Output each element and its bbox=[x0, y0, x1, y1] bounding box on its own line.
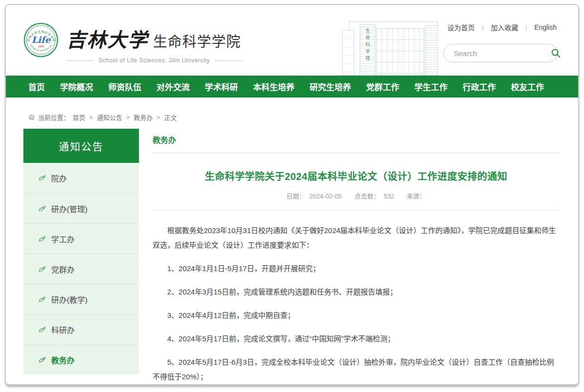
content-area: 通知公告 院办 研办(管理) 学工办 党群办 bbox=[6, 122, 578, 385]
sidebar-item-xuegongban[interactable]: 学工办 bbox=[23, 223, 139, 254]
meta-date-label: 日期： bbox=[286, 193, 305, 200]
page-frame: 生命科学楼 吉林大学生命科学学院 Life 1959 School of Lif… bbox=[5, 4, 579, 385]
meta-divider bbox=[153, 210, 560, 211]
breadcrumb-office[interactable]: 教务办 bbox=[134, 113, 153, 122]
nav-item-students[interactable]: 学生工作 bbox=[414, 80, 448, 93]
search-icon bbox=[551, 48, 561, 58]
breadcrumb: 当前位置： 首页 > 通知公告 > 教务办 > 正文 bbox=[6, 98, 578, 122]
article-title: 生命科学学院关于2024届本科毕业论文（设计）工作进度安排的通知 bbox=[153, 169, 560, 183]
site-header: 生命科学楼 吉林大学生命科学学院 Life 1959 School of Lif… bbox=[6, 5, 578, 76]
nav-item-undergraduate[interactable]: 本科生培养 bbox=[253, 80, 294, 93]
seal-script-text: Life bbox=[32, 35, 51, 45]
paragraph: 4、2024年5月17日前，完成论文撰写，通过“中国知网”学术不端检测； bbox=[153, 332, 560, 346]
building-line-art: 生命科学楼 bbox=[342, 21, 446, 76]
breadcrumb-separator: > bbox=[89, 114, 93, 121]
breadcrumb-home[interactable]: 首页 bbox=[73, 113, 85, 122]
search-input[interactable] bbox=[454, 49, 551, 58]
set-homepage-link[interactable]: 设为首页 bbox=[448, 22, 475, 32]
building-label: 生命科学楼 bbox=[364, 28, 371, 62]
meta-hits-label: 点击数： bbox=[354, 193, 380, 200]
meta-date-value: 2024-02-05 bbox=[309, 193, 342, 200]
article-panel: 教务办 生命科学学院关于2024届本科毕业论文（设计）工作进度安排的通知 日期：… bbox=[153, 129, 560, 385]
sidebar: 通知公告 院办 研办(管理) 学工办 党群办 bbox=[23, 129, 139, 374]
paragraph: 根据教务处2023年10月31日校内通知《关于做好2024届本科毕业论文（设计）… bbox=[153, 223, 560, 253]
breadcrumb-label: 当前位置： bbox=[38, 113, 70, 122]
subtitle-rule-left bbox=[66, 60, 94, 61]
home-icon bbox=[28, 114, 35, 120]
nav-item-alumni[interactable]: 校友工作 bbox=[511, 80, 544, 93]
breadcrumb-current: 正文 bbox=[164, 113, 177, 122]
nav-item-research[interactable]: 学术科研 bbox=[205, 80, 238, 93]
main-nav: 首页 学院概况 师资队伍 对外交流 学术科研 本科生培养 研究生培养 党群工作 … bbox=[6, 76, 578, 98]
nav-item-administration[interactable]: 行政工作 bbox=[463, 80, 496, 93]
utility-links: 设为首页 | 加入收藏 | English bbox=[448, 22, 557, 32]
university-seal-logo[interactable]: 吉林大学生命科学学院 Life 1959 School of Life Scie… bbox=[23, 22, 58, 58]
brand-subtitle: School of Life Sciences, Jilin Universit… bbox=[98, 57, 210, 64]
article-meta: 日期：2024-02-05点击数：532来源： bbox=[153, 191, 560, 200]
nav-item-graduate[interactable]: 研究生培养 bbox=[310, 80, 351, 93]
sidebar-item-yanban-guanli[interactable]: 研办(管理) bbox=[23, 193, 139, 223]
breadcrumb-separator: > bbox=[126, 114, 130, 121]
subtitle-rule-right bbox=[215, 60, 242, 61]
brand-block: 吉林大学 生命科学学院 School of Life Sciences, Jil… bbox=[66, 24, 232, 64]
search-box bbox=[444, 44, 558, 62]
sidebar-item-jiaowuban[interactable]: 教务办 bbox=[23, 344, 139, 374]
university-name-calligraphy: 吉林大学 bbox=[66, 24, 148, 53]
search-button[interactable] bbox=[551, 48, 561, 58]
nav-item-faculty[interactable]: 师资队伍 bbox=[108, 80, 141, 93]
breadcrumb-separator: > bbox=[156, 114, 160, 121]
paragraph: 1、2024年1月1日-5月17日，开题并开展研究； bbox=[153, 261, 560, 276]
paragraph: 5、2024年5月17日-6月3日，完成全校本科毕业论文（设计）抽检外审，院内毕… bbox=[153, 355, 560, 384]
seal-year-text: 1959 bbox=[38, 45, 44, 48]
leaf-icon bbox=[38, 174, 46, 182]
sidebar-item-yanban-jiaoxue[interactable]: 研办(教学) bbox=[23, 284, 139, 314]
leaf-icon bbox=[38, 326, 46, 333]
leaf-icon bbox=[38, 356, 46, 364]
english-link[interactable]: English bbox=[534, 23, 557, 31]
section-title: 教务办 bbox=[153, 129, 560, 153]
utility-separator: | bbox=[526, 24, 527, 31]
leaf-icon bbox=[38, 295, 46, 303]
paragraph: 2、2024年3月15日前，完成管理系统内选题和任务书、开题报告填报； bbox=[153, 285, 560, 299]
sidebar-menu: 院办 研办(管理) 学工办 党群办 研办(教学) bbox=[23, 163, 139, 374]
nav-item-overview[interactable]: 学院概况 bbox=[60, 80, 93, 93]
sidebar-item-keyanban[interactable]: 科研办 bbox=[23, 314, 139, 344]
paragraph: 3、2024年4月12日前，完成中期自查； bbox=[153, 308, 560, 323]
breadcrumb-notices[interactable]: 通知公告 bbox=[97, 113, 122, 122]
leaf-icon bbox=[38, 235, 46, 243]
leaf-icon bbox=[38, 265, 46, 273]
article-body: 根据教务处2023年10月31日校内通知《关于做好2024届本科毕业论文（设计）… bbox=[153, 223, 560, 384]
sidebar-title: 通知公告 bbox=[23, 129, 139, 163]
sidebar-item-dangqunban[interactable]: 党群办 bbox=[23, 254, 139, 284]
nav-item-party[interactable]: 党群工作 bbox=[366, 80, 399, 93]
nav-item-exchange[interactable]: 对外交流 bbox=[156, 80, 190, 93]
utility-separator: | bbox=[482, 24, 484, 31]
add-favorite-link[interactable]: 加入收藏 bbox=[491, 22, 518, 32]
meta-hits-value: 532 bbox=[384, 193, 394, 200]
college-name: 生命科学学院 bbox=[153, 30, 241, 51]
meta-source-label: 来源： bbox=[407, 193, 426, 200]
nav-item-home[interactable]: 首页 bbox=[28, 80, 45, 93]
leaf-icon bbox=[38, 205, 46, 213]
sidebar-item-yuanban[interactable]: 院办 bbox=[23, 163, 139, 193]
